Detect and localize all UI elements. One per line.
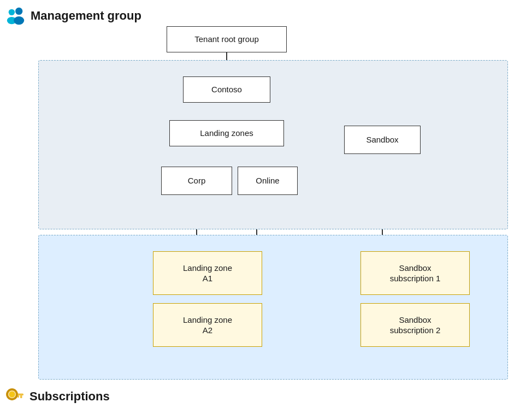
- mgmt-label: Management group: [5, 5, 141, 26]
- key-icon: [5, 387, 25, 406]
- svg-point-20: [15, 8, 22, 15]
- box-contoso: Contoso: [183, 76, 270, 103]
- subs-label: Subscriptions: [5, 387, 110, 406]
- diagram-container: Management group Tenant root group Conto…: [0, 0, 532, 414]
- box-landing-zones: Landing zones: [169, 120, 284, 146]
- box-lz-a2: Landing zoneA2: [153, 303, 262, 347]
- svg-point-18: [9, 9, 15, 15]
- box-sandbox-sub1: Sandboxsubscription 1: [360, 251, 470, 295]
- box-lz-a1: Landing zoneA1: [153, 251, 262, 295]
- box-corp: Corp: [161, 167, 232, 195]
- box-tenant-root: Tenant root group: [167, 26, 287, 52]
- svg-rect-26: [20, 395, 22, 398]
- people-icon: [5, 5, 26, 26]
- box-sandbox: Sandbox: [344, 126, 421, 154]
- svg-rect-27: [17, 395, 19, 398]
- box-sandbox-sub2: Sandboxsubscription 2: [360, 303, 470, 347]
- svg-point-29: [9, 392, 15, 398]
- svg-point-21: [14, 16, 24, 25]
- box-online: Online: [238, 167, 298, 195]
